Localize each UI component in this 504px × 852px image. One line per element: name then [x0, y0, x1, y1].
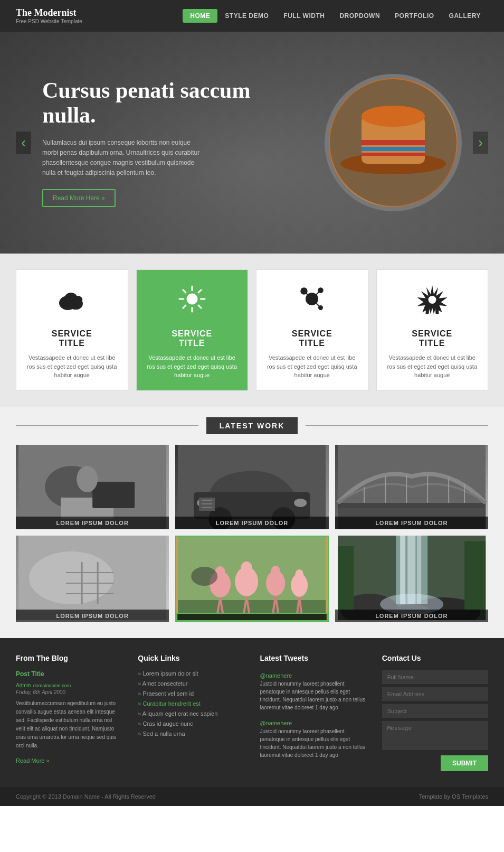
blog-post-title[interactable]: Post Title: [16, 670, 122, 678]
portfolio-label-3: LOREM IPSUM DOLOR: [335, 517, 488, 529]
svg-point-56: [29, 551, 113, 604]
portfolio-item-4[interactable]: LOREM IPSUM DOLOR: [16, 536, 169, 622]
svg-rect-28: [425, 307, 429, 314]
tweet-handle-2[interactable]: @namehere: [260, 720, 292, 726]
logo-title: The Modernist: [16, 7, 183, 18]
tweet-handle-1[interactable]: @namehere: [260, 672, 292, 679]
hero-read-more-button[interactable]: Read More Here »: [42, 189, 116, 207]
svg-line-17: [198, 305, 201, 308]
nav-gallery[interactable]: GALLERY: [442, 9, 488, 23]
header: The Modernist Free PSD Website Template …: [0, 0, 504, 32]
nav-style-demo[interactable]: STYLE DEMO: [217, 9, 276, 23]
portfolio-label-1: LOREM IPSUM DOLOR: [16, 517, 169, 529]
nav-dropdown[interactable]: DROPDOWN: [332, 9, 387, 23]
read-more-link[interactable]: Read More »: [16, 757, 50, 764]
template-credit: Template by OS Templates: [419, 793, 488, 800]
header-line-left: [16, 425, 198, 426]
contact-message-input[interactable]: [382, 721, 488, 750]
contact-submit-button[interactable]: SUBMIT: [441, 755, 488, 771]
portfolio-label-6: LOREM IPSUM DOLOR: [335, 610, 488, 622]
footer-tweets-col: Latest Tweets @namehere Justoid nonummy …: [260, 654, 366, 771]
quick-link-1[interactable]: Lorem ipsum dolor sit: [138, 670, 244, 677]
footer-blog-col: From The Blog Post Title Admin domainnam…: [16, 654, 122, 771]
service-card-3: SERVICETITLE Vestassapede et donec ut es…: [256, 269, 368, 391]
quick-link-5[interactable]: Aliquam eget erat nec sapien: [138, 710, 244, 717]
quick-link-3[interactable]: Praesent vel sem id: [138, 690, 244, 697]
nav-portfolio[interactable]: PORTFOLIO: [387, 9, 442, 23]
main-nav: HOME STYLE DEMO FULL WIDTH DROPDOWN PORT…: [183, 9, 488, 23]
portfolio-item-3[interactable]: LOREM IPSUM DOLOR: [335, 445, 488, 529]
service-title-3: SERVICETITLE: [264, 329, 360, 348]
svg-point-41: [294, 499, 307, 507]
portfolio-item-2[interactable]: LOREM IPSUM DOLOR: [175, 445, 328, 529]
service-card-4: SERVICETITLE Vestassapede et donec ut es…: [376, 269, 489, 391]
portfolio-image-5: [176, 537, 327, 621]
header-line-right: [306, 425, 488, 426]
svg-point-35: [77, 466, 98, 492]
latest-work-label: LATEST WORK: [206, 417, 298, 434]
footer-bottom: Copyright © 2013 Domain Name - All Right…: [0, 787, 504, 806]
service-desc-4: Vestassapede et donec ut est libe ros su…: [385, 353, 480, 380]
hero-image-area: [325, 74, 462, 211]
contact-email-input[interactable]: [382, 687, 488, 701]
svg-line-18: [198, 290, 201, 293]
service-card-1: SERVICETITLE Vestassapede et donec ut es…: [16, 269, 128, 391]
svg-point-71: [241, 561, 252, 575]
nav-home[interactable]: HOME: [183, 9, 217, 23]
portfolio-label-2: LOREM IPSUM DOLOR: [175, 517, 328, 529]
hero-title: Cursus penati saccum nulla.: [42, 78, 282, 127]
tweet-1: @namehere Justoid nonummy laoreet phasel…: [260, 670, 366, 711]
footer-contact-title: Contact Us: [382, 654, 488, 662]
hero-section: ‹ Cursus penati saccum nulla. Nullamlacu…: [0, 32, 504, 254]
service-card-2: SERVICETITLE Vestassapede et donec ut es…: [136, 269, 249, 391]
service-desc-3: Vestassapede et donec ut est libe ros su…: [264, 353, 360, 380]
service-desc-1: Vestassapede et donec ut est libe ros su…: [24, 353, 120, 380]
svg-rect-5: [362, 153, 425, 156]
svg-rect-4: [362, 147, 425, 151]
hero-description: Nullamlacus dui ipsum conseque lobortts …: [42, 138, 201, 179]
hero-prev-arrow[interactable]: ‹: [16, 132, 31, 154]
footer-contact-col: Contact Us SUBMIT: [382, 654, 488, 771]
contact-subject-input[interactable]: [382, 704, 488, 718]
contact-full-name-input[interactable]: [382, 670, 488, 684]
blog-author-line: Admin domainname.com: [16, 680, 122, 689]
service-title-2: SERVICETITLE: [145, 329, 240, 348]
section-header: LATEST WORK: [16, 417, 488, 434]
hero-circle-image: [325, 74, 462, 211]
quick-link-4[interactable]: Curabitur hendrerit est: [138, 700, 244, 707]
molecule-icon: [264, 283, 360, 321]
copyright-text: Copyright © 2013 Domain Name - All Right…: [16, 793, 156, 800]
svg-point-10: [73, 296, 83, 304]
svg-rect-3: [362, 140, 425, 145]
portfolio-label-5: [176, 613, 327, 621]
cloud-icon: [24, 283, 120, 321]
service-desc-2: Vestassapede et donec ut est libe ros su…: [145, 353, 240, 380]
quick-link-6[interactable]: Cras id augue nunc: [138, 720, 244, 727]
footer-links-col: Quick Links Lorem ipsum dolor sit Amet c…: [138, 654, 244, 771]
blog-date: Friday, 6th April 2000: [16, 689, 122, 695]
footer-links-title: Quick Links: [138, 654, 244, 662]
badge-icon: [385, 283, 480, 321]
hero-hat-illustration: [330, 79, 457, 206]
portfolio-item-1[interactable]: LOREM IPSUM DOLOR: [16, 445, 169, 529]
svg-rect-29: [435, 307, 439, 314]
svg-point-11: [186, 294, 197, 305]
services-section: SERVICETITLE Vestassapede et donec ut es…: [0, 254, 504, 407]
portfolio-item-6[interactable]: LOREM IPSUM DOLOR: [335, 536, 488, 622]
quick-link-7[interactable]: Sed a nulla urna: [138, 731, 244, 737]
portfolio-label-4: LOREM IPSUM DOLOR: [16, 610, 169, 622]
sun-icon: [145, 283, 240, 321]
quick-link-2[interactable]: Amet consectetur: [138, 680, 244, 687]
blog-text: Vestibulumaccumsan egestibulum eu justo …: [16, 699, 122, 750]
svg-point-79: [295, 569, 303, 580]
portfolio-item-5[interactable]: [175, 536, 328, 622]
logo-area: The Modernist Free PSD Website Template: [16, 7, 183, 24]
portfolio-image-4: [16, 536, 169, 620]
hero-content: Cursus penati saccum nulla. Nullamlacus …: [0, 78, 325, 207]
hero-next-arrow[interactable]: ›: [473, 132, 488, 154]
svg-line-19: [183, 305, 186, 308]
service-title-4: SERVICETITLE: [385, 329, 480, 348]
footer-blog-title: From The Blog: [16, 654, 122, 662]
nav-full-width[interactable]: FULL WIDTH: [276, 9, 332, 23]
tweet-2: @namehere Justoid nonummy laoreet phasel…: [260, 718, 366, 759]
